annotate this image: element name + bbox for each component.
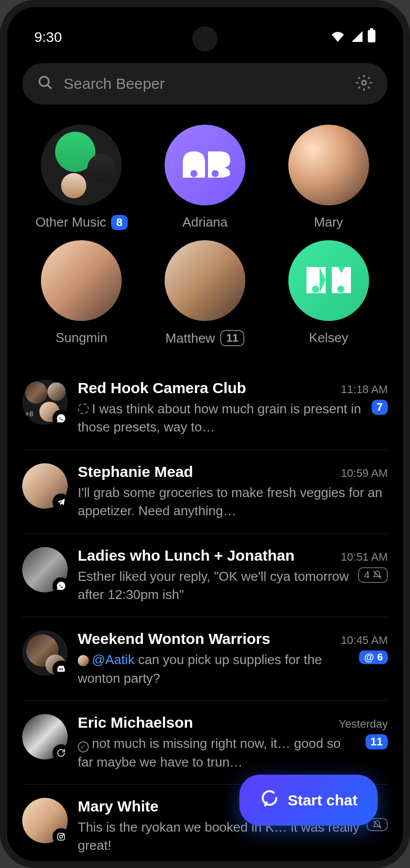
chat-name: Eric Michaelson bbox=[78, 714, 193, 731]
svg-point-8 bbox=[337, 286, 344, 293]
whatsapp-icon bbox=[53, 577, 70, 594]
muted-unread-badge: 4 bbox=[358, 567, 388, 583]
avatar bbox=[22, 547, 68, 592]
chat-name: Red Hook Camera Club bbox=[78, 379, 246, 397]
bell-off-icon bbox=[373, 570, 382, 579]
avatar bbox=[22, 714, 68, 760]
pinned-adriana[interactable]: Adriana bbox=[146, 125, 265, 230]
pinned-other-music[interactable]: Other Music 8 bbox=[22, 125, 141, 230]
chat-preview: Esther liked your reply, "OK we'll cya t… bbox=[78, 567, 351, 604]
chat-bubble-icon bbox=[260, 789, 279, 811]
plus-count: +8 bbox=[25, 410, 33, 418]
draft-icon bbox=[78, 403, 89, 414]
svg-point-4 bbox=[362, 81, 367, 85]
avatar bbox=[22, 630, 68, 676]
avatar bbox=[288, 240, 369, 321]
unread-badge: 11 bbox=[220, 330, 244, 346]
unread-badge: 7 bbox=[372, 400, 388, 415]
bell-off-icon bbox=[373, 820, 382, 829]
pinned-label: Mary bbox=[314, 214, 343, 230]
phone-frame: 9:30 bbox=[0, 0, 410, 868]
pinned-sungmin[interactable]: Sungmin bbox=[22, 240, 141, 346]
sent-check-icon: ✓ bbox=[78, 741, 89, 752]
chat-name: Weekend Wonton Warriors bbox=[78, 630, 270, 647]
svg-point-10 bbox=[60, 835, 63, 838]
avatar bbox=[165, 240, 245, 321]
mention: @Aatik bbox=[92, 652, 134, 667]
pinned-label: Sungmin bbox=[56, 330, 108, 346]
unread-badge: 11 bbox=[366, 734, 388, 749]
svg-rect-0 bbox=[370, 28, 373, 30]
camera-notch bbox=[192, 26, 218, 51]
chat-time: 10:59 AM bbox=[341, 467, 388, 480]
chat-preview: I was think about how much grain is pres… bbox=[78, 400, 365, 437]
status-time: 9:30 bbox=[34, 29, 62, 45]
chat-name: Mary White bbox=[78, 798, 159, 815]
avatar bbox=[165, 125, 245, 205]
avatar bbox=[41, 125, 122, 205]
svg-point-6 bbox=[212, 170, 219, 177]
chat-time: Yesterday bbox=[339, 718, 388, 731]
beeper-icon bbox=[53, 744, 70, 762]
svg-line-3 bbox=[47, 85, 52, 89]
search-input[interactable] bbox=[64, 75, 355, 92]
pinned-matthew[interactable]: Matthew 11 bbox=[146, 240, 265, 346]
chat-preview: ✓not much is missing right now, it… good… bbox=[78, 734, 358, 771]
settings-button[interactable] bbox=[355, 74, 373, 93]
svg-point-5 bbox=[190, 170, 197, 177]
pinned-kelsey[interactable]: Kelsey bbox=[269, 240, 388, 346]
avatar bbox=[288, 125, 369, 205]
telegram-icon bbox=[53, 494, 70, 511]
chat-time: 10:51 AM bbox=[341, 551, 388, 564]
sender-avatar bbox=[78, 655, 89, 666]
chat-weekend-wonton-warriors[interactable]: Weekend Wonton Warriors 10:45 AM @Aatik … bbox=[22, 617, 388, 701]
start-chat-button[interactable]: Start chat bbox=[239, 775, 378, 826]
chat-name: Ladies who Lunch + Jonathan bbox=[78, 547, 294, 564]
discord-icon bbox=[53, 661, 70, 678]
chat-time: 11:18 AM bbox=[341, 383, 388, 396]
pinned-label: Adriana bbox=[182, 214, 228, 230]
chat-ladies-who-lunch[interactable]: Ladies who Lunch + Jonathan 10:51 AM Est… bbox=[22, 534, 388, 618]
svg-point-2 bbox=[39, 77, 49, 86]
fab-label: Start chat bbox=[288, 792, 357, 809]
pinned-mary[interactable]: Mary bbox=[269, 125, 388, 230]
whatsapp-icon bbox=[53, 410, 70, 427]
avatar bbox=[22, 463, 68, 509]
pinned-label: Kelsey bbox=[309, 330, 348, 346]
svg-point-11 bbox=[63, 834, 64, 835]
avatar bbox=[22, 798, 68, 843]
wifi-icon bbox=[330, 29, 345, 45]
chat-time: 10:45 AM bbox=[341, 634, 388, 647]
battery-icon bbox=[368, 28, 376, 46]
svg-point-7 bbox=[312, 286, 319, 293]
chat-name: Stephanie Mead bbox=[78, 463, 193, 480]
pinned-label: Matthew bbox=[166, 331, 215, 346]
chat-stephanie-mead[interactable]: Stephanie Mead 10:59 AM I'll grab some g… bbox=[22, 450, 388, 534]
mention-badge: @ 6 bbox=[359, 650, 388, 664]
avatar: +8 bbox=[22, 379, 68, 425]
svg-rect-1 bbox=[368, 30, 375, 42]
chat-preview: I'll grab some groceries to make fresh v… bbox=[78, 483, 388, 520]
unread-badge: 8 bbox=[111, 215, 127, 230]
pinned-label: Other Music bbox=[35, 214, 106, 230]
avatar bbox=[41, 240, 122, 321]
search-bar[interactable] bbox=[22, 63, 388, 104]
chat-red-hook-camera-club[interactable]: +8 Red Hook Camera Club 11:18 AM I was t… bbox=[22, 366, 388, 450]
pinned-contacts: Other Music 8 Adriana Mary bbox=[22, 125, 388, 346]
chat-preview: @Aatik can you pick up supplies for the … bbox=[78, 650, 352, 687]
search-icon bbox=[37, 75, 54, 93]
cellular-icon bbox=[350, 29, 363, 45]
chat-eric-michaelson[interactable]: Eric Michaelson Yesterday ✓not much is m… bbox=[22, 701, 388, 785]
at-icon: @ bbox=[364, 652, 374, 663]
instagram-icon bbox=[53, 828, 70, 845]
